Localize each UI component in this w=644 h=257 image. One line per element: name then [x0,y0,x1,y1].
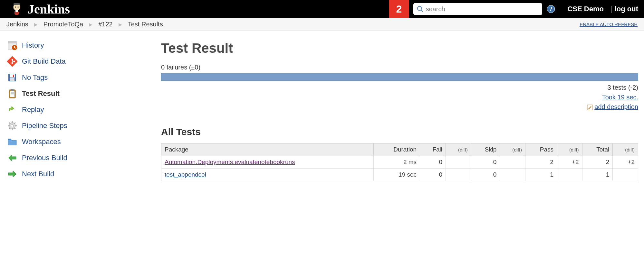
breadcrumb-item[interactable]: Jenkins [6,21,28,28]
sidebar-item-workspaces[interactable]: Workspaces [7,134,161,150]
svg-line-35 [14,128,15,129]
gear-icon [7,121,17,131]
svg-rect-24 [11,89,14,91]
add-description-link[interactable]: add description [594,102,638,112]
search-box[interactable] [413,3,542,15]
sidebar-item-label: Test Result [22,89,60,98]
sidebar-item-notags[interactable]: No Tags [7,69,161,86]
sidebar-item-prev-build[interactable]: Previous Build [7,150,161,166]
clipboard-icon [7,88,17,99]
svg-rect-4 [15,10,18,12]
help-icon[interactable]: ? [547,5,555,13]
search-input[interactable] [426,5,539,13]
cell-fail: 0 [420,169,446,181]
svg-rect-38 [8,139,11,140]
replay-icon [7,105,17,115]
save-icon [7,72,17,83]
svg-rect-23 [10,91,14,97]
cell-fail-diff [446,156,471,169]
cell-skip: 0 [471,156,500,169]
logo-text: Jenkins [28,2,70,17]
sidebar-item-label: Previous Build [22,154,67,162]
progress-bar [161,73,638,81]
user-link[interactable]: CSE Demo [567,5,603,13]
folder-icon [7,137,17,147]
col-pass-diff[interactable]: (diff) [557,143,582,156]
svg-rect-10 [8,41,16,43]
col-skip-diff[interactable]: (diff) [500,143,525,156]
cell-duration: 2 ms [374,156,420,169]
col-total-diff[interactable]: (diff) [613,143,638,156]
sidebar-item-testresult[interactable]: Test Result [7,86,161,102]
svg-line-34 [9,123,10,124]
breadcrumb-item[interactable]: PromoteToQa [43,21,83,28]
table-row: test_appendcol19 sec0011 [161,169,638,181]
duration-link[interactable]: Took 19 sec. [602,94,638,101]
sidebar-item-label: Replay [22,106,44,114]
cell-total-diff: +2 [613,156,638,169]
sidebar-item-git[interactable]: Git Build Data [7,53,161,69]
header: Jenkins 2 ? CSE Demo | log out [0,0,644,18]
svg-rect-21 [13,75,14,77]
cell-skip-diff [500,169,525,181]
svg-point-2 [15,6,16,8]
breadcrumb-item[interactable]: #122 [98,21,113,28]
section-title: All Tests [161,126,638,137]
package-link[interactable]: test_appendcol [165,171,206,178]
sidebar: History Git Build Data No Tags Test Resu… [0,31,161,182]
sidebar-item-label: No Tags [22,73,48,82]
cell-fail: 0 [420,156,446,169]
chevron-right-icon: ▶ [34,22,38,27]
chevron-right-icon: ▶ [119,22,122,27]
col-fail[interactable]: Fail [420,143,446,156]
page-title: Test Result [161,41,638,56]
sidebar-item-pipeline[interactable]: Pipeline Steps [7,118,161,134]
svg-line-36 [9,128,10,129]
col-package[interactable]: Package [161,143,374,156]
chevron-right-icon: ▶ [89,22,92,27]
sidebar-item-history[interactable]: History [7,37,161,53]
svg-line-6 [421,10,423,12]
cell-skip: 0 [471,169,500,181]
sidebar-item-label: Pipeline Steps [22,122,67,130]
col-total[interactable]: Total [582,143,613,156]
col-fail-diff[interactable]: (diff) [446,143,471,156]
table-header-row: Package Duration Fail (diff) Skip (diff)… [161,143,638,156]
svg-rect-1 [14,3,20,5]
table-row: Automation.Deployments.evaluatenotebookr… [161,156,638,169]
auto-refresh-link[interactable]: ENABLE AUTO REFRESH [580,22,638,27]
col-pass[interactable]: Pass [525,143,557,156]
package-link[interactable]: Automation.Deployments.evaluatenotebookr… [165,159,295,165]
breadcrumb: Jenkins ▶ PromoteToQa ▶ #122 ▶ Test Resu… [0,18,644,31]
svg-point-5 [418,6,422,11]
logout-link[interactable]: log out [615,5,638,13]
jenkins-icon [9,1,24,17]
cell-fail-diff [446,169,471,181]
arrow-left-icon [7,153,17,163]
svg-line-37 [14,123,15,124]
sidebar-item-label: Next Build [22,170,54,178]
failures-summary: 0 failures (±0) [161,64,638,71]
svg-point-29 [11,124,14,127]
main-content: Test Result 0 failures (±0) 3 tests (-2)… [161,31,644,182]
sidebar-item-next-build[interactable]: Next Build [7,166,161,182]
logo[interactable]: Jenkins [0,1,70,17]
breadcrumb-item[interactable]: Test Results [128,21,163,28]
col-duration[interactable]: Duration [374,143,420,156]
search-icon [417,5,424,13]
sidebar-item-replay[interactable]: Replay [7,102,161,118]
cell-package: test_appendcol [161,169,374,181]
history-icon [7,40,17,50]
cell-pass-diff [557,169,582,181]
sidebar-item-label: Git Build Data [22,57,66,66]
cell-total: 1 [582,169,613,181]
cell-skip-diff [500,156,525,169]
arrow-right-icon [7,169,17,179]
cell-pass: 2 [525,156,557,169]
col-skip[interactable]: Skip [471,143,500,156]
notification-badge[interactable]: 2 [389,0,409,18]
edit-icon [587,104,593,110]
cell-total: 2 [582,156,613,169]
tests-count: 3 tests (-2) [161,83,638,92]
svg-rect-19 [10,74,15,78]
